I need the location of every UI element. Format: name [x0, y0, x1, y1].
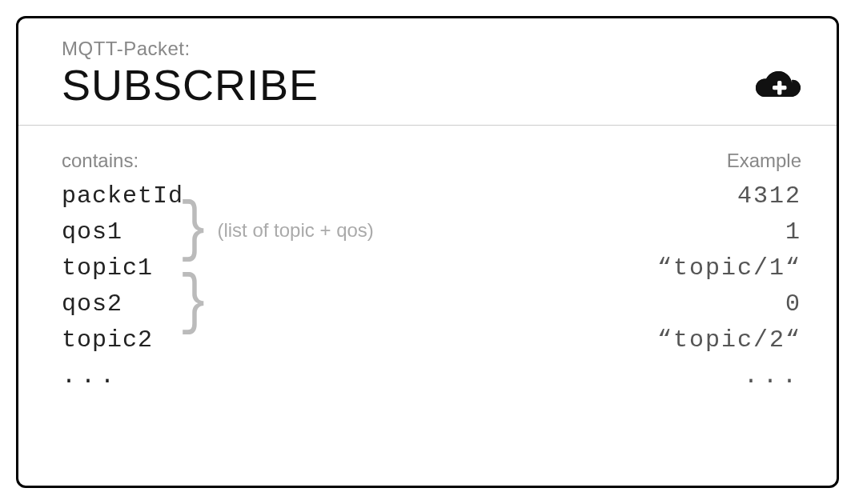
- header-text: MQTT-Packet: SUBSCRIBE: [62, 38, 319, 109]
- field-key: ...: [62, 358, 119, 394]
- field-row: topic2 “topic/2“: [62, 322, 801, 358]
- field-value: “topic/1“: [657, 250, 801, 286]
- packet-title: SUBSCRIBE: [62, 62, 319, 109]
- field-key: qos2: [62, 286, 122, 322]
- field-key: qos1: [62, 214, 122, 250]
- field-row: qos1 1: [62, 214, 801, 250]
- field-value: ...: [744, 358, 801, 394]
- field-value: 4312: [737, 178, 801, 214]
- section-labels: contains: Example: [62, 150, 801, 172]
- cloud-upload-icon: [755, 69, 801, 102]
- field-value: 1: [785, 214, 801, 250]
- field-key: packetId: [62, 178, 183, 214]
- card-header: MQTT-Packet: SUBSCRIBE: [18, 18, 837, 126]
- field-row: qos2 0: [62, 286, 801, 322]
- field-row: topic1 “topic/1“: [62, 250, 801, 286]
- contains-label: contains:: [62, 150, 138, 172]
- packet-subtitle: MQTT-Packet:: [62, 38, 319, 60]
- field-key: topic1: [62, 250, 153, 286]
- field-row-ellipsis: ... ...: [62, 358, 801, 394]
- packet-card: MQTT-Packet: SUBSCRIBE contains: Example…: [16, 16, 839, 488]
- card-body: contains: Example packetId 4312 qos1 1 t…: [18, 126, 837, 418]
- field-row: packetId 4312: [62, 178, 801, 214]
- example-label: Example: [727, 150, 801, 172]
- field-value: “topic/2“: [657, 322, 801, 358]
- field-key: topic2: [62, 322, 153, 358]
- field-value: 0: [785, 286, 801, 322]
